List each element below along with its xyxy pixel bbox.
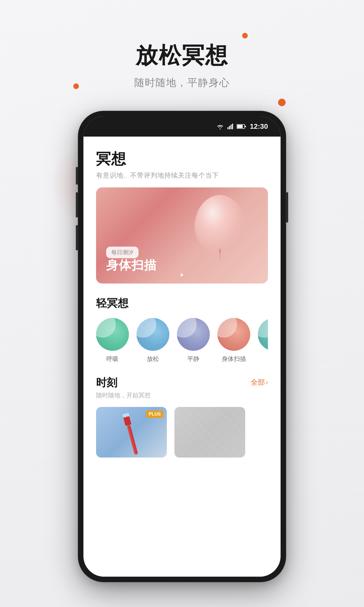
status-bar: 12:30 bbox=[83, 116, 281, 137]
svg-rect-2 bbox=[231, 125, 232, 129]
plus-badge: PLUS bbox=[146, 410, 163, 418]
svg-rect-5 bbox=[237, 125, 243, 128]
svg-marker-7 bbox=[181, 273, 184, 277]
power-button bbox=[286, 192, 288, 223]
balloon-body bbox=[195, 195, 245, 253]
circle-item-breathing[interactable]: 呼吸 bbox=[96, 318, 129, 363]
status-time: 12:30 bbox=[250, 122, 268, 131]
circle-bubble-more bbox=[258, 318, 268, 351]
circle-bubble-calm bbox=[177, 318, 210, 351]
svg-rect-1 bbox=[229, 126, 230, 129]
moment-card-fabric[interactable] bbox=[174, 407, 245, 458]
circle-label-breathing: 呼吸 bbox=[106, 355, 119, 363]
notch bbox=[157, 116, 207, 132]
toothbrush-head bbox=[123, 416, 131, 426]
moments-title: 时刻 bbox=[96, 376, 151, 390]
circle-item-more[interactable]: 暂 bbox=[258, 318, 268, 363]
hero-tag: 每日潮汐 bbox=[106, 247, 139, 258]
circle-item-calm[interactable]: 平静 bbox=[177, 318, 210, 363]
moments-section: 时刻 随时随地，开始冥想 全部 › bbox=[96, 376, 268, 458]
moments-subtitle: 随时随地，开始冥想 bbox=[96, 391, 151, 399]
phone-mockup: 12:30 冥想 有意识地、不带评判地持续关注每个当下 bbox=[78, 111, 286, 582]
circle-item-body-scan[interactable]: 身体扫描 bbox=[217, 318, 250, 363]
page-title: 放松冥想 bbox=[0, 40, 364, 71]
app-content: 冥想 有意识地、不带评判地持续关注每个当下 每日潮汐 身体扫描 bbox=[83, 137, 281, 577]
circle-label-relax: 放松 bbox=[147, 355, 159, 363]
svg-rect-3 bbox=[232, 124, 233, 129]
page-subtitle: 随时随地，平静身心 bbox=[0, 76, 364, 90]
circle-item-relax[interactable]: 放松 bbox=[136, 318, 169, 363]
meditation-section-title: 冥想 bbox=[96, 149, 268, 169]
fabric-pattern bbox=[174, 407, 245, 458]
bristle-1 bbox=[123, 414, 125, 418]
circle-bubble-relax bbox=[136, 318, 169, 351]
svg-rect-6 bbox=[245, 126, 246, 127]
decorative-dot-right bbox=[278, 99, 286, 106]
bristle-2 bbox=[124, 414, 126, 417]
phone-body: 12:30 冥想 有意识地、不带评判地持续关注每个当下 bbox=[78, 111, 286, 582]
moments-cards-row: PLUS bbox=[96, 407, 268, 458]
bristle-4 bbox=[127, 413, 129, 417]
balloon-string bbox=[220, 251, 220, 261]
circle-label-body-scan: 身体扫描 bbox=[222, 355, 246, 363]
moments-header: 时刻 随时随地，开始冥想 全部 › bbox=[96, 376, 268, 399]
battery-icon bbox=[237, 124, 246, 129]
wifi-icon bbox=[216, 124, 224, 129]
moments-more-label: 全部 bbox=[251, 378, 265, 387]
balloon-illustration bbox=[192, 195, 248, 261]
volume-down-button bbox=[76, 225, 78, 250]
meditation-circles-row: 呼吸 放松 平静 bbox=[96, 318, 268, 363]
meditation-section-desc: 有意识地、不带评判地持续关注每个当下 bbox=[96, 171, 268, 180]
hero-banner[interactable]: 每日潮汐 身体扫描 bbox=[96, 187, 268, 284]
circle-bubble-breathing bbox=[96, 318, 129, 351]
toothbrush-illustration bbox=[125, 416, 139, 455]
bristle-3 bbox=[126, 413, 128, 417]
meditation-header: 冥想 有意识地、不带评判地持续关注每个当下 bbox=[96, 149, 268, 180]
chevron-right-icon: › bbox=[266, 379, 268, 386]
toothbrush-image: PLUS bbox=[96, 407, 167, 458]
light-meditation-section: 轻冥想 呼吸 放松 bbox=[96, 296, 268, 363]
light-meditation-title: 轻冥想 bbox=[96, 296, 268, 310]
svg-rect-0 bbox=[228, 127, 229, 129]
toothbrush-handle bbox=[127, 425, 138, 455]
phone-screen: 12:30 冥想 有意识地、不带评判地持续关注每个当下 bbox=[83, 116, 281, 577]
app-inner: 冥想 有意识地、不带评判地持续关注每个当下 每日潮汐 身体扫描 bbox=[83, 137, 281, 577]
hero-title: 身体扫描 bbox=[106, 257, 157, 273]
moments-title-group: 时刻 随时随地，开始冥想 bbox=[96, 376, 151, 399]
circle-bubble-body-scan bbox=[217, 318, 250, 351]
volume-up-button bbox=[76, 192, 78, 218]
circle-label-calm: 平静 bbox=[187, 355, 199, 363]
toothbrush-bristles bbox=[123, 413, 129, 418]
mute-button bbox=[76, 167, 78, 185]
moment-card-toothbrush[interactable]: PLUS bbox=[96, 407, 167, 458]
play-indicator bbox=[179, 272, 185, 278]
signal-icon bbox=[228, 124, 233, 129]
decorative-dot-top bbox=[242, 33, 248, 38]
page-header: 放松冥想 随时随地，平静身心 bbox=[0, 40, 364, 90]
status-icons: 12:30 bbox=[216, 122, 268, 131]
moments-more-button[interactable]: 全部 › bbox=[251, 378, 268, 387]
